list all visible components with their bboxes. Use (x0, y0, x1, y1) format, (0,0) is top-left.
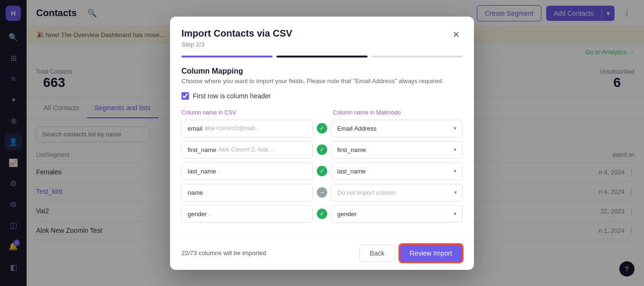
chevron-down-icon: ▾ (454, 146, 456, 153)
modal-overlay: Import Contacts via CSV Step 2/3 ✕ Colum… (0, 0, 644, 286)
mapping-row-email: email alok+convrrt2@mailm.com, alok+co..… (181, 120, 463, 137)
section-desc: Choose where you want to import your fie… (181, 77, 463, 85)
first-row-header-checkbox[interactable] (181, 92, 189, 100)
mapping-row-first-name: first_name Alok Convrrt 2, Alok Convrrt,… (181, 141, 463, 159)
col-csv-header: Column name in CSV (181, 109, 315, 116)
field-name-email: email (188, 125, 202, 132)
col-mailmodo-header: Column name in Mailmodo (329, 109, 463, 116)
status-icon-name: – (317, 187, 327, 198)
footer-buttons: Back Review Import (360, 244, 463, 262)
field-preview-name: .. (205, 189, 208, 196)
field-name-first-name: first_name (188, 146, 217, 153)
status-icon-email: ✓ (317, 123, 327, 133)
mailmodo-select-email[interactable]: Email Address ▾ (331, 120, 463, 137)
modal-body: Column Mapping Choose where you want to … (170, 57, 474, 236)
csv-field-first-name: first_name Alok Convrrt 2, Alok Convrrt, (181, 141, 313, 159)
modal-header: Import Contacts via CSV Step 2/3 ✕ (170, 17, 474, 48)
modal-title: Import Contacts via CSV (181, 28, 292, 39)
first-row-header-label: First row is column header (193, 92, 271, 100)
mapping-row-gender: gender .. ✓ gender ▾ (181, 205, 463, 223)
mailmodo-select-last-name[interactable]: last_name ▾ (331, 162, 463, 180)
field-preview-email: alok+convrrt2@mailm.com, alok+co... (204, 125, 261, 132)
mailmodo-select-name[interactable]: Do not import column ▾ (331, 184, 463, 201)
modal-step: Step 2/3 (181, 41, 292, 48)
review-import-button[interactable]: Review Import (399, 244, 463, 262)
status-icon-gender: ✓ (317, 209, 327, 219)
first-row-header-row: First row is column header (181, 92, 463, 100)
mapping-row-name: name .. – Do not import column ▾ (181, 184, 463, 201)
csv-field-name: name .. (181, 184, 313, 201)
field-name-last-name: last_name (188, 168, 216, 175)
field-preview-first-name: Alok Convrrt 2, Alok Convrrt, (218, 146, 275, 153)
status-icon-first-name: ✓ (317, 144, 327, 155)
import-modal: Import Contacts via CSV Step 2/3 ✕ Colum… (170, 17, 474, 270)
import-count: 22/73 columns will be imported (181, 249, 266, 257)
back-button[interactable]: Back (360, 245, 394, 262)
csv-field-gender: gender .. (181, 205, 313, 223)
select-value-email: Email Address (337, 125, 454, 132)
csv-field-email: email alok+convrrt2@mailm.com, alok+co..… (181, 120, 313, 137)
mailmodo-select-first-name[interactable]: first_name ▾ (331, 141, 463, 159)
mapping-row-last-name: last_name .. ✓ last_name ▾ (181, 162, 463, 180)
mailmodo-select-gender[interactable]: gender ▾ (331, 205, 463, 223)
section-title: Column Mapping (181, 67, 463, 76)
select-value-name: Do not import column (337, 189, 454, 196)
progress-steps (170, 48, 474, 57)
modal-footer: 22/73 columns will be imported Back Revi… (170, 236, 474, 270)
field-preview-last-name: .. (218, 168, 221, 174)
modal-header-left: Import Contacts via CSV Step 2/3 (181, 28, 292, 48)
chevron-down-icon: ▾ (454, 125, 456, 132)
status-icon-last-name: ✓ (317, 166, 327, 176)
modal-close-button[interactable]: ✕ (449, 28, 463, 41)
select-value-gender: gender (337, 210, 454, 218)
chevron-down-icon: ▾ (454, 168, 456, 174)
field-preview-gender: .. (208, 210, 212, 217)
field-name-gender: gender (188, 210, 207, 218)
select-value-first-name: first_name (337, 146, 454, 153)
select-value-last-name: last_name (337, 168, 454, 175)
chevron-down-icon: ▾ (454, 189, 456, 196)
column-headers: Column name in CSV Column name in Mailmo… (181, 109, 463, 116)
csv-field-last-name: last_name .. (181, 162, 313, 180)
chevron-down-icon: ▾ (454, 210, 456, 217)
field-name-name: name (188, 189, 203, 196)
